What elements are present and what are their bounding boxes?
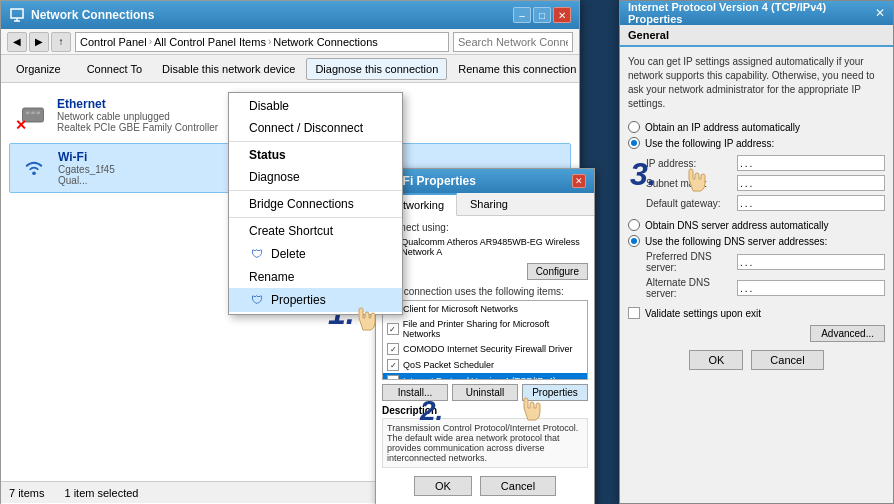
toolbar: Organize Connect To Disable this network… xyxy=(1,55,579,83)
gateway-input[interactable]: . . . xyxy=(737,195,885,211)
checkbox-printer[interactable] xyxy=(387,323,399,335)
ip-fields-group: IP address: . . . Subnet mask: . . . Def… xyxy=(628,155,885,211)
gateway-row: Default gateway: . . . xyxy=(646,195,885,211)
sep1: › xyxy=(149,36,152,47)
ipv4-description: You can get IP settings assigned automat… xyxy=(628,55,885,111)
list-item-qos[interactable]: QoS Packet Scheduler xyxy=(383,357,587,373)
network-connections-icon xyxy=(9,7,25,23)
advanced-button[interactable]: Advanced... xyxy=(810,325,885,342)
dns-fields-group: Preferred DNS server: . . . Alternate DN… xyxy=(628,251,885,299)
ctx-bridge[interactable]: Bridge Connections xyxy=(229,193,402,215)
ip-radio-group: Obtain an IP address automatically Use t… xyxy=(628,121,885,149)
subnet-input[interactable]: . . . xyxy=(737,175,885,191)
ctx-shortcut[interactable]: Create Shortcut xyxy=(229,220,402,242)
ipv4-ok-cancel-row: OK Cancel xyxy=(628,350,885,370)
breadcrumb-2[interactable]: All Control Panel Items xyxy=(154,36,266,48)
disable-button[interactable]: Disable this network device xyxy=(153,58,304,80)
search-input[interactable] xyxy=(453,32,573,52)
ipv4-title-bar: Internet Protocol Version 4 (TCP/IPv4) P… xyxy=(620,1,893,25)
list-item-ipv4[interactable]: Internet Protocol Version 4 (TCP/IPv4) xyxy=(383,373,587,380)
wifi-props-close[interactable]: ✕ xyxy=(572,174,586,188)
close-button[interactable]: ✕ xyxy=(553,7,571,23)
selected-count: 1 item selected xyxy=(64,487,138,499)
svg-rect-5 xyxy=(31,112,35,115)
ethernet-icon: ✕ xyxy=(17,99,49,131)
manual-dns-radio[interactable] xyxy=(628,235,640,247)
maximize-button[interactable]: □ xyxy=(533,7,551,23)
wifi-props-body: Connect using: Qualcomm Atheros AR9485WB… xyxy=(376,216,594,504)
ipv4-body: You can get IP settings assigned automat… xyxy=(620,47,893,378)
ok-cancel-row: OK Cancel xyxy=(382,472,588,500)
diagnose-button[interactable]: Diagnose this connection xyxy=(306,58,447,80)
validate-checkbox[interactable] xyxy=(628,307,640,319)
svg-rect-0 xyxy=(11,9,23,18)
auto-dns-label: Obtain DNS server address automatically xyxy=(645,220,828,231)
rename-button[interactable]: Rename this connection xyxy=(449,58,585,80)
checkbox-qos[interactable] xyxy=(387,359,399,371)
action-buttons-row: Install... Uninstall Properties xyxy=(382,384,588,401)
list-item-comodo[interactable]: COMODO Internet Security Firewall Driver xyxy=(383,341,587,357)
step3-label: 3. xyxy=(630,156,657,193)
ctx-sep-2 xyxy=(229,190,402,191)
up-button[interactable]: ↑ xyxy=(51,32,71,52)
address-bar: ◀ ▶ ↑ Control Panel › All Control Panel … xyxy=(1,29,579,55)
protocol-list: Client for Microsoft Networks File and P… xyxy=(382,300,588,380)
preferred-dns-input[interactable]: . . . xyxy=(737,254,885,270)
ctx-status[interactable]: Status xyxy=(229,144,402,166)
ctx-properties[interactable]: 🛡 Properties xyxy=(229,288,402,312)
dns-group: Obtain DNS server address automatically … xyxy=(628,219,885,299)
ctx-connect[interactable]: Connect / Disconnect xyxy=(229,117,402,139)
auto-ip-radio[interactable] xyxy=(628,121,640,133)
shield-icon-props: 🛡 xyxy=(249,292,265,308)
tab-sharing[interactable]: Sharing xyxy=(457,193,521,215)
ip-address-row: IP address: . . . xyxy=(646,155,885,171)
ip-address-input[interactable]: . . . xyxy=(737,155,885,171)
checkbox-ipv4[interactable] xyxy=(387,375,399,380)
title-bar: Network Connections – □ ✕ xyxy=(1,1,579,29)
sep2: › xyxy=(268,36,271,47)
ipv4-cancel-button[interactable]: Cancel xyxy=(751,350,823,370)
shield-icon-delete: 🛡 xyxy=(249,246,265,262)
ipv4-ok-button[interactable]: OK xyxy=(689,350,743,370)
configure-button[interactable]: Configure xyxy=(527,263,588,280)
breadcrumb-1[interactable]: Control Panel xyxy=(80,36,147,48)
ctx-rename[interactable]: Rename xyxy=(229,266,402,288)
wifi-cancel-button[interactable]: Cancel xyxy=(480,476,556,496)
organize-button[interactable]: Organize xyxy=(7,58,70,80)
list-item-client[interactable]: Client for Microsoft Networks xyxy=(383,301,587,317)
advanced-btn-row: Advanced... xyxy=(628,325,885,342)
ctx-disable[interactable]: Disable xyxy=(229,95,402,117)
preferred-dns-label: Preferred DNS server: xyxy=(646,251,731,273)
manual-ip-radio[interactable] xyxy=(628,137,640,149)
wifi-ok-button[interactable]: OK xyxy=(414,476,472,496)
minimize-button[interactable]: – xyxy=(513,7,531,23)
auto-dns-radio[interactable] xyxy=(628,219,640,231)
uninstall-button[interactable]: Uninstall xyxy=(452,384,518,401)
alternate-dns-row: Alternate DNS server: . . . xyxy=(646,277,885,299)
list-item-printer[interactable]: File and Printer Sharing for Microsoft N… xyxy=(383,317,587,341)
ctx-sep-1 xyxy=(229,141,402,142)
ctx-delete[interactable]: 🛡 Delete xyxy=(229,242,402,266)
back-button[interactable]: ◀ xyxy=(7,32,27,52)
breadcrumb-3[interactable]: Network Connections xyxy=(273,36,378,48)
ipv4-properties-dialog: Internet Protocol Version 4 (TCP/IPv4) P… xyxy=(619,0,894,504)
wifi-icon xyxy=(18,152,50,184)
title-bar-left: Network Connections xyxy=(9,7,154,23)
ctx-diagnose[interactable]: Diagnose xyxy=(229,166,402,188)
alternate-dns-input[interactable]: . . . xyxy=(737,280,885,296)
svg-point-7 xyxy=(32,172,36,176)
properties-button[interactable]: Properties xyxy=(522,384,588,401)
ipv4-close-button[interactable]: ✕ xyxy=(875,6,885,20)
gateway-label: Default gateway: xyxy=(646,198,731,209)
forward-button[interactable]: ▶ xyxy=(29,32,49,52)
disconnected-icon: ✕ xyxy=(15,117,27,133)
manual-ip-label: Use the following IP address: xyxy=(645,138,774,149)
description-section: Description Transmission Control Protoco… xyxy=(382,405,588,468)
connect-to-button[interactable]: Connect To xyxy=(78,58,151,80)
subnet-row: Subnet mask: . . . xyxy=(646,175,885,191)
description-text: Transmission Control Protocol/Internet P… xyxy=(382,418,588,468)
ipv4-general-tab[interactable]: General xyxy=(620,25,893,47)
ip-address-label: IP address: xyxy=(646,158,731,169)
title-bar-controls: – □ ✕ xyxy=(513,7,571,23)
checkbox-comodo[interactable] xyxy=(387,343,399,355)
